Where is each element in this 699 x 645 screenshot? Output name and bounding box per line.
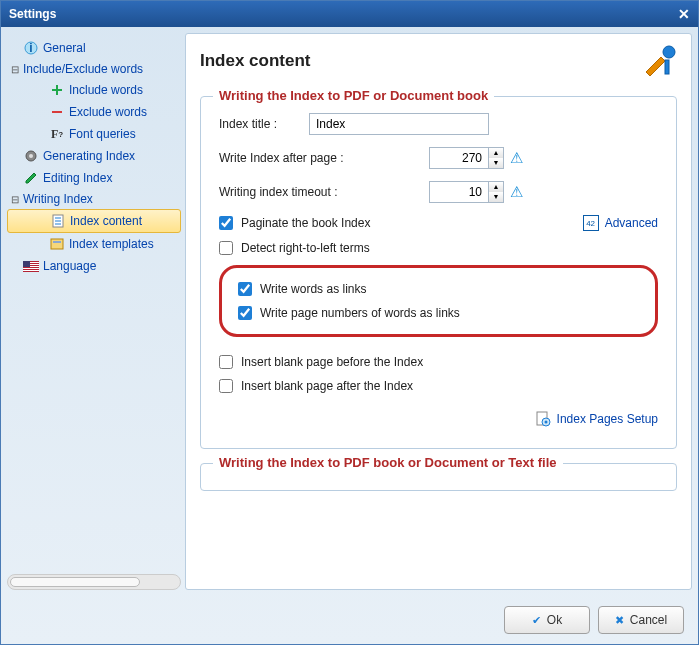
ok-label: Ok bbox=[547, 613, 562, 627]
rtl-checkbox[interactable] bbox=[219, 241, 233, 255]
row-pages-setup: Index Pages Setup bbox=[219, 411, 658, 430]
row-paginate: Paginate the book Index 42 Advanced bbox=[219, 215, 658, 231]
words-links-label: Write words as links bbox=[260, 282, 366, 296]
timeout-spinner[interactable]: ▲▼ bbox=[429, 181, 504, 203]
index-title-input[interactable] bbox=[309, 113, 489, 135]
nav-label: Include/Exclude words bbox=[23, 62, 143, 76]
page-title: Index content bbox=[200, 51, 311, 71]
svg-rect-12 bbox=[51, 239, 63, 249]
sidebar: i General ⊟ Include/Exclude words Includ… bbox=[7, 33, 181, 590]
group-title: Writing the Index to PDF book or Documen… bbox=[213, 455, 563, 470]
nav-label: Font queries bbox=[69, 127, 136, 141]
nav-language[interactable]: Language bbox=[7, 255, 181, 277]
document-icon bbox=[50, 213, 66, 229]
svg-point-25 bbox=[544, 421, 547, 424]
nav-index-templates[interactable]: Index templates bbox=[7, 233, 181, 255]
plus-icon bbox=[49, 82, 65, 98]
collapse-icon[interactable]: ⊟ bbox=[9, 194, 21, 205]
ok-button[interactable]: ✔ Ok bbox=[504, 606, 590, 634]
row-blank-after: Insert blank page after the Index bbox=[219, 379, 658, 393]
paginate-checkbox[interactable] bbox=[219, 216, 233, 230]
svg-text:i: i bbox=[29, 41, 32, 55]
index-pages-setup-link[interactable]: Index Pages Setup bbox=[535, 411, 658, 427]
spin-down[interactable]: ▼ bbox=[489, 158, 503, 168]
page-setup-icon bbox=[535, 411, 551, 427]
row-blank-before: Insert blank page before the Index bbox=[219, 355, 658, 369]
info-icon: i bbox=[23, 40, 39, 56]
nav-editing-index[interactable]: Editing Index bbox=[7, 167, 181, 189]
window-title: Settings bbox=[9, 7, 56, 21]
index-title-label: Index title : bbox=[219, 117, 309, 131]
row-rtl: Detect right-to-left terms bbox=[219, 241, 658, 255]
svg-point-21 bbox=[663, 46, 675, 58]
sidebar-scrollbar[interactable] bbox=[7, 574, 181, 590]
after-page-spinner[interactable]: ▲▼ bbox=[429, 147, 504, 169]
nav-writing-index[interactable]: ⊟ Writing Index bbox=[7, 189, 181, 209]
tools-icon bbox=[643, 44, 677, 78]
svg-rect-22 bbox=[665, 60, 669, 74]
words-links-checkbox[interactable] bbox=[238, 282, 252, 296]
font-icon: F? bbox=[49, 126, 65, 142]
x-icon: ✖ bbox=[615, 614, 624, 627]
close-button[interactable]: ✕ bbox=[678, 6, 690, 22]
check-icon: ✔ bbox=[532, 614, 541, 627]
warning-icon: ⚠ bbox=[510, 149, 523, 167]
blank-after-label: Insert blank page after the Index bbox=[241, 379, 413, 393]
scrollbar-thumb[interactable] bbox=[10, 577, 140, 587]
nav-label: Generating Index bbox=[43, 149, 135, 163]
nav-label: Language bbox=[43, 259, 96, 273]
content-header: Index content bbox=[200, 44, 677, 78]
template-icon bbox=[49, 236, 65, 252]
window-body: i General ⊟ Include/Exclude words Includ… bbox=[1, 27, 698, 596]
after-page-label: Write Index after page : bbox=[219, 151, 429, 165]
settings-window: Settings ✕ i General ⊟ Include/Exclude w… bbox=[0, 0, 699, 645]
group-write-pdf-doc: Writing the Index to PDF or Document boo… bbox=[200, 96, 677, 449]
spin-up[interactable]: ▲ bbox=[489, 148, 503, 158]
gear-icon bbox=[23, 148, 39, 164]
svg-rect-18 bbox=[23, 268, 39, 269]
nav-font-queries[interactable]: F? Font queries bbox=[7, 123, 181, 145]
svg-rect-19 bbox=[23, 270, 39, 271]
pages-links-checkbox[interactable] bbox=[238, 306, 252, 320]
nav-index-content[interactable]: Index content bbox=[7, 209, 181, 233]
nav-generating-index[interactable]: Generating Index bbox=[7, 145, 181, 167]
nav-label: Editing Index bbox=[43, 171, 112, 185]
pages-links-label: Write page numbers of words as links bbox=[260, 306, 460, 320]
nav-general[interactable]: i General bbox=[7, 37, 181, 59]
row-words-links: Write words as links bbox=[238, 282, 639, 296]
row-timeout: Writing index timeout : ▲▼ ⚠ bbox=[219, 181, 658, 203]
cancel-button[interactable]: ✖ Cancel bbox=[598, 606, 684, 634]
collapse-icon[interactable]: ⊟ bbox=[9, 64, 21, 75]
svg-rect-20 bbox=[23, 261, 30, 267]
paginate-label: Paginate the book Index bbox=[241, 216, 370, 230]
advanced-link[interactable]: 42 Advanced bbox=[583, 215, 658, 231]
group-title: Writing the Index to PDF or Document boo… bbox=[213, 88, 494, 103]
nav-include-words[interactable]: Include words bbox=[7, 79, 181, 101]
timeout-input[interactable] bbox=[429, 181, 489, 203]
flag-icon bbox=[23, 258, 39, 274]
nav-label: General bbox=[43, 41, 86, 55]
blank-before-checkbox[interactable] bbox=[219, 355, 233, 369]
group-write-text-file: Writing the Index to PDF book or Documen… bbox=[200, 463, 677, 491]
pencil-icon bbox=[23, 170, 39, 186]
minus-icon bbox=[49, 104, 65, 120]
svg-rect-13 bbox=[53, 241, 61, 243]
rtl-label: Detect right-to-left terms bbox=[241, 241, 370, 255]
svg-point-6 bbox=[29, 154, 33, 158]
nav-tree: i General ⊟ Include/Exclude words Includ… bbox=[7, 33, 181, 570]
nav-label: Writing Index bbox=[23, 192, 93, 206]
nav-label: Include words bbox=[69, 83, 143, 97]
warning-icon: ⚠ bbox=[510, 183, 523, 201]
content-panel: Index content Writing the Index to PDF o… bbox=[185, 33, 692, 590]
spin-up[interactable]: ▲ bbox=[489, 182, 503, 192]
nav-label: Index content bbox=[70, 214, 142, 228]
nav-exclude-words[interactable]: Exclude words bbox=[7, 101, 181, 123]
nav-label: Exclude words bbox=[69, 105, 147, 119]
cancel-label: Cancel bbox=[630, 613, 667, 627]
spin-down[interactable]: ▼ bbox=[489, 192, 503, 202]
after-page-input[interactable] bbox=[429, 147, 489, 169]
highlight-box: Write words as links Write page numbers … bbox=[219, 265, 658, 337]
blank-after-checkbox[interactable] bbox=[219, 379, 233, 393]
blank-before-label: Insert blank page before the Index bbox=[241, 355, 423, 369]
nav-include-exclude[interactable]: ⊟ Include/Exclude words bbox=[7, 59, 181, 79]
